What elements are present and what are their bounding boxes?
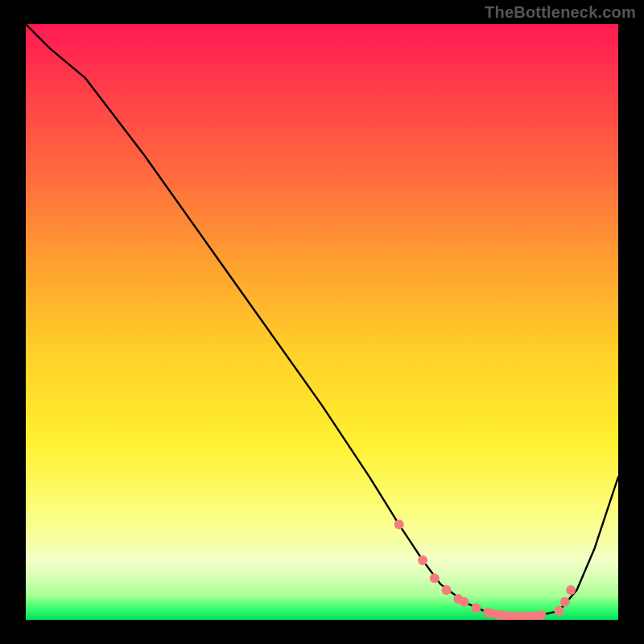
watermark-text: TheBottleneck.com [485, 3, 636, 22]
chart-svg [26, 24, 618, 620]
marker-dot [560, 597, 570, 607]
marker-dot [554, 606, 564, 616]
marker-dots [394, 520, 576, 620]
plot-area [26, 24, 618, 620]
marker-dot [471, 603, 481, 613]
marker-dot [442, 585, 452, 595]
chart-frame: TheBottleneck.com [0, 0, 644, 644]
marker-dot [536, 610, 546, 620]
marker-dot [460, 597, 469, 607]
series-curve [26, 24, 618, 617]
marker-dot [394, 520, 404, 530]
marker-dot [566, 585, 576, 595]
marker-dot [418, 555, 427, 565]
marker-dot [430, 573, 440, 583]
